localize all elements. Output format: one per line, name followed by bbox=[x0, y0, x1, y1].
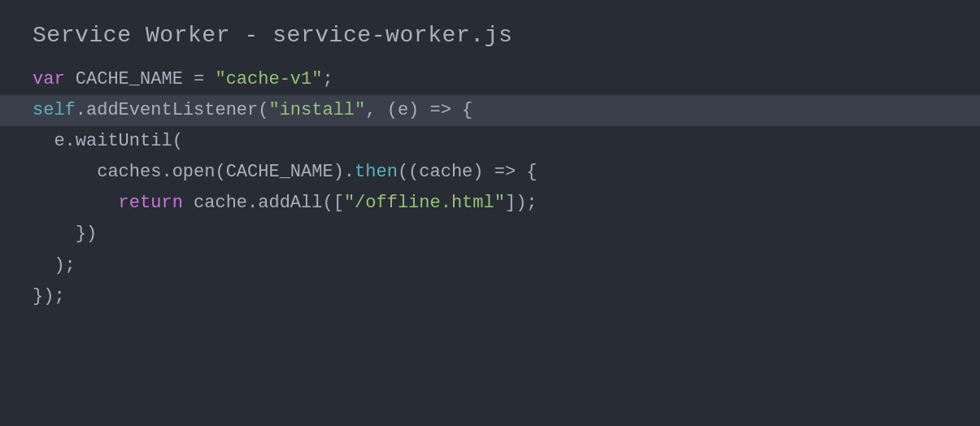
var-keyword-segment: var bbox=[33, 69, 65, 89]
string-segment: "/offline.html" bbox=[344, 193, 505, 213]
keyword-segment: then bbox=[355, 162, 398, 182]
file-title: Service Worker - service-worker.js bbox=[0, 15, 980, 64]
plain-segment: ); bbox=[33, 255, 76, 276]
plain-segment: caches.open(CACHE_NAME). bbox=[33, 162, 355, 182]
plain-segment: ((cache) => { bbox=[398, 162, 538, 182]
line-self: self.addEventListener("install", (e) => … bbox=[0, 95, 980, 126]
line-return: return cache.addAll(["/offline.html"]); bbox=[0, 188, 980, 219]
code-block: var CACHE_NAME = "cache-v1";self.addEven… bbox=[0, 64, 980, 312]
code-container: Service Worker - service-worker.js var C… bbox=[0, 0, 980, 426]
plain-segment: .addEventListener( bbox=[76, 100, 269, 120]
plain-segment: }) bbox=[33, 224, 97, 244]
line-var: var CACHE_NAME = "cache-v1"; bbox=[0, 64, 980, 95]
string-segment: "cache-v1" bbox=[215, 69, 322, 89]
plain-segment: , (e) => { bbox=[365, 100, 473, 120]
line-close2: ); bbox=[0, 250, 980, 281]
line-caches: caches.open(CACHE_NAME).then((cache) => … bbox=[0, 157, 980, 188]
plain-segment: e.waitUntil( bbox=[33, 131, 183, 151]
line-close1: }) bbox=[0, 219, 980, 250]
string-segment: "install" bbox=[268, 100, 365, 120]
line-ewait: e.waitUntil( bbox=[0, 126, 980, 157]
plain-segment: ; bbox=[322, 69, 333, 89]
self-obj-segment: self bbox=[33, 100, 76, 120]
return-kw-segment: return bbox=[33, 193, 183, 213]
line-close3: }); bbox=[0, 281, 980, 312]
plain-segment: CACHE_NAME = bbox=[65, 69, 216, 89]
plain-segment: cache.addAll([ bbox=[183, 193, 344, 213]
plain-segment: }); bbox=[33, 286, 65, 306]
plain-segment: ]); bbox=[505, 193, 538, 213]
